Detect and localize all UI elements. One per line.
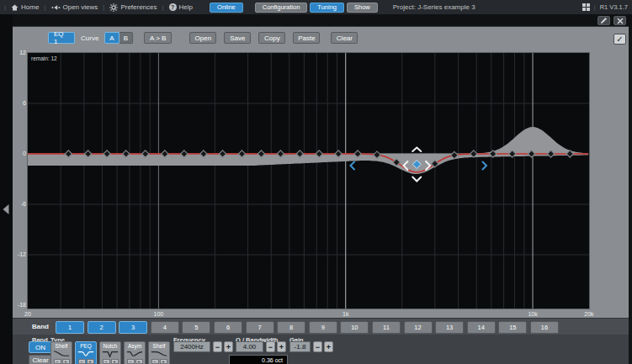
notch-decrease-mini-button[interactable]: − xyxy=(103,359,110,364)
eq-enable-checkbox[interactable]: ✓ xyxy=(613,34,626,45)
frequency-value[interactable]: 2400Hz xyxy=(173,341,210,352)
menu-help[interactable]: ? Help xyxy=(169,3,193,11)
band-9-button[interactable]: 9 xyxy=(309,321,337,334)
paste-button[interactable]: Paste xyxy=(293,32,320,44)
help-icon: ? xyxy=(169,3,177,11)
gear-icon xyxy=(109,3,118,12)
filter-type-low-shelf-button[interactable]: Shelf−+ xyxy=(50,341,72,364)
top-menu-bar: | Home | Open views | Preferences | ? He… xyxy=(0,0,632,14)
y-axis-tick: 12 xyxy=(13,50,26,55)
filter-type-high-shelf-button[interactable]: Shelf−+ xyxy=(148,341,170,364)
band-6-button[interactable]: 6 xyxy=(214,321,242,334)
gain-decrease-button[interactable]: − xyxy=(313,341,322,352)
project-title: Project: J-Series example 3 xyxy=(393,3,475,11)
separator: | xyxy=(594,3,596,11)
plot-background xyxy=(28,53,589,309)
menu-open-views[interactable]: Open views xyxy=(51,3,98,11)
curve-b-button[interactable]: B xyxy=(119,32,133,44)
band-14-button[interactable]: 14 xyxy=(467,321,496,334)
peq-decrease-mini-button[interactable]: − xyxy=(78,359,86,364)
low-shelf-increase-mini-button[interactable]: + xyxy=(62,359,70,364)
online-button[interactable]: Online xyxy=(210,3,243,13)
filter-type-notch-button[interactable]: Notch−+ xyxy=(99,341,121,364)
eq-panel: EQ 1 Curve A B A > B Open Save Copy Past… xyxy=(13,26,629,364)
curve-ab-switch: A B xyxy=(104,32,133,44)
filter-type-label: Shelf xyxy=(153,343,166,349)
q-value[interactable]: 4.00 xyxy=(236,341,263,352)
band-8-button[interactable]: 8 xyxy=(277,321,305,334)
menu-preferences[interactable]: Preferences xyxy=(109,3,157,12)
frequency-increase-button[interactable]: + xyxy=(224,341,233,352)
band-on-button[interactable]: ON xyxy=(29,341,52,353)
gain-value[interactable]: -1.8 xyxy=(289,341,311,352)
mode-show-button[interactable]: Show xyxy=(347,3,378,13)
gain-increase-button[interactable]: + xyxy=(324,341,333,352)
menu-home-label: Home xyxy=(21,3,39,11)
copy-button[interactable]: Copy xyxy=(258,32,285,44)
menu-help-label: Help xyxy=(179,3,193,11)
curve-a-button[interactable]: A xyxy=(104,32,119,44)
y-axis-tick: 6 xyxy=(13,100,26,106)
filter-type-peq-button[interactable]: PEQ−+ xyxy=(75,341,97,364)
high-shelf-increase-mini-button[interactable]: + xyxy=(160,359,167,364)
separator: | xyxy=(4,3,6,11)
band-clear-button[interactable]: Clear xyxy=(29,355,52,364)
q-increase-button[interactable]: + xyxy=(277,341,286,352)
frequency-decrease-button[interactable]: − xyxy=(213,341,222,352)
band-select-row: Band 12345678910111213141516 xyxy=(13,318,629,335)
open-button[interactable]: Open xyxy=(189,32,216,44)
band-5-button[interactable]: 5 xyxy=(182,321,210,334)
band-1-button[interactable]: 1 xyxy=(56,321,84,334)
menu-open-views-label: Open views xyxy=(63,3,98,11)
x-axis-tick: 20k xyxy=(579,311,599,317)
copy-a-to-b-button[interactable]: A > B xyxy=(144,32,172,44)
menu-home[interactable]: Home xyxy=(11,3,39,11)
band-2-button[interactable]: 2 xyxy=(88,321,116,334)
band-16-button[interactable]: 16 xyxy=(530,321,559,334)
q-decrease-button[interactable]: − xyxy=(266,341,275,352)
low-shelf-decrease-mini-button[interactable]: − xyxy=(54,359,61,364)
view-title-bar xyxy=(0,14,632,26)
band-11-button[interactable]: 11 xyxy=(372,321,401,334)
asym-decrease-mini-button[interactable]: − xyxy=(127,359,135,364)
menu-preferences-label: Preferences xyxy=(120,3,157,11)
filter-type-label: PEQ xyxy=(80,343,92,349)
mode-tuning-button[interactable]: Tuning xyxy=(310,3,344,13)
filter-type-asym-button[interactable]: Asym−+ xyxy=(124,341,146,364)
x-axis-tick: 10k xyxy=(523,311,543,317)
eq-file-buttons: Open Save Copy Paste Clear xyxy=(189,32,358,44)
y-axis-tick: -12 xyxy=(13,251,26,257)
band-15-button[interactable]: 15 xyxy=(498,321,527,334)
separator: | xyxy=(162,3,164,11)
save-button[interactable]: Save xyxy=(224,32,251,44)
app-version: R1 V3.1.7 xyxy=(600,3,628,11)
band-3-button[interactable]: 3 xyxy=(119,321,147,334)
eq-frequency-response-plot[interactable] xyxy=(28,53,589,309)
close-view-button[interactable] xyxy=(613,16,626,25)
mode-switcher: Configuration Tuning Show xyxy=(255,3,378,13)
notch-increase-mini-button[interactable]: + xyxy=(111,359,119,364)
peq-increase-mini-button[interactable]: + xyxy=(87,359,94,364)
y-axis-tick: -18 xyxy=(13,302,26,308)
clear-button[interactable]: Clear xyxy=(331,32,358,44)
band-12-button[interactable]: 12 xyxy=(404,321,433,334)
collapsed-sidebar xyxy=(0,14,13,364)
high-shelf-decrease-mini-button[interactable]: − xyxy=(151,359,159,364)
y-axis-tick: 0 xyxy=(13,150,26,156)
separator: | xyxy=(103,3,104,11)
asym-increase-mini-button[interactable]: + xyxy=(135,359,143,364)
workspace-grid-icon[interactable] xyxy=(582,3,590,11)
band-7-button[interactable]: 7 xyxy=(246,321,274,334)
band-10-button[interactable]: 10 xyxy=(340,321,369,334)
mode-configuration-button[interactable]: Configuration xyxy=(255,3,308,13)
right-frame-edge xyxy=(629,26,632,364)
x-axis-tick: 20 xyxy=(18,311,38,317)
bandwidth-octave-readout: 0.36 oct xyxy=(229,355,288,364)
filter-type-label: Notch xyxy=(104,343,118,349)
sidebar-collapse-arrow-icon[interactable] xyxy=(3,204,9,214)
band-13-button[interactable]: 13 xyxy=(435,321,464,334)
close-icon xyxy=(617,18,624,24)
eq1-tab[interactable]: EQ 1 xyxy=(48,32,75,44)
edit-view-button[interactable] xyxy=(597,16,610,25)
band-4-button[interactable]: 4 xyxy=(151,321,179,334)
